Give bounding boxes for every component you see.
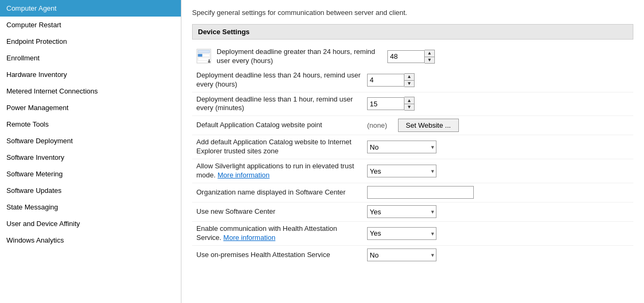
label-onprem_health: Use on-premises Health Attestation Servi… — [196, 251, 367, 260]
select-new_software_center[interactable]: YesNo — [367, 205, 436, 218]
sidebar-item-windows-analytics[interactable]: Windows Analytics — [0, 232, 181, 248]
settings-row-org_name: Organization name displayed in Software … — [192, 183, 633, 202]
select-wrapper-onprem_health: NoYes — [367, 248, 436, 261]
sidebar-item-computer-restart[interactable]: Computer Restart — [0, 17, 181, 33]
label-deadline_24h: Deployment deadline greater than 24 hour… — [217, 48, 387, 66]
sidebar-item-software-deployment[interactable]: Software Deployment — [0, 133, 181, 149]
section-header: Device Settings — [192, 24, 633, 40]
sidebar: Computer AgentComputer RestartEndpoint P… — [0, 0, 181, 303]
control-new_software_center: YesNo — [367, 205, 436, 218]
set-website-button[interactable]: Set Website ... — [398, 119, 459, 132]
select-allow_silverlight[interactable]: YesNo — [367, 165, 436, 177]
control-allow_silverlight: YesNo — [367, 165, 436, 177]
label-allow_silverlight: Allow Silverlight applications to run in… — [196, 162, 367, 180]
settings-row-add_app_catalog: Add default Application Catalog website … — [192, 135, 633, 159]
none-text-app_catalog_website: (none) — [367, 121, 387, 129]
spinner-arrows-deadline_less_1h: ▲▼ — [404, 97, 415, 111]
sidebar-item-state-messaging[interactable]: State Messaging — [0, 199, 181, 215]
main-content: Specify general settings for communicati… — [181, 0, 644, 303]
sidebar-item-software-metering[interactable]: Software Metering — [0, 166, 181, 182]
control-add_app_catalog: NoYes — [367, 141, 436, 153]
sidebar-item-remote-tools[interactable]: Remote Tools — [0, 116, 181, 133]
svg-rect-1 — [198, 50, 210, 53]
select-health_attestation[interactable]: YesNo — [367, 227, 436, 240]
spinner-down-deadline_less_1h[interactable]: ▼ — [404, 104, 414, 110]
spinner-down-deadline_24h[interactable]: ▼ — [425, 57, 434, 63]
select-wrapper-health_attestation: YesNo — [367, 227, 436, 240]
spinner-deadline_less_24h: ▲▼ — [367, 73, 415, 87]
sidebar-item-enrollment[interactable]: Enrollment — [0, 50, 181, 66]
control-deadline_less_24h: ▲▼ — [367, 73, 415, 87]
sidebar-item-power-management[interactable]: Power Management — [0, 99, 181, 116]
svg-line-7 — [209, 61, 210, 63]
select-wrapper-add_app_catalog: NoYes — [367, 141, 436, 153]
settings-row-app_catalog_website: Default Application Catalog website poin… — [192, 115, 633, 135]
page-description: Specify general settings for communicati… — [192, 9, 633, 17]
row-content-deadline_24h: Deployment deadline greater than 24 hour… — [217, 48, 629, 66]
sidebar-item-computer-agent[interactable]: Computer Agent — [0, 0, 181, 17]
spinner-input-deadline_less_24h[interactable] — [367, 74, 404, 87]
control-app_catalog_website: (none)Set Website ... — [367, 119, 459, 132]
settings-row-health_attestation: Enable communication with Health Attesta… — [192, 221, 633, 245]
select-wrapper-allow_silverlight: YesNo — [367, 165, 436, 177]
more-info-link-health_attestation[interactable]: More information — [224, 234, 276, 242]
label-app_catalog_website: Default Application Catalog website poin… — [196, 121, 367, 130]
spinner-deadline_24h: ▲▼ — [387, 50, 435, 64]
settings-row-onprem_health: Use on-premises Health Attestation Servi… — [192, 245, 633, 265]
sidebar-item-software-updates[interactable]: Software Updates — [0, 182, 181, 199]
label-deadline_less_1h: Deployment deadline less than 1 hour, re… — [196, 95, 367, 113]
select-onprem_health[interactable]: NoYes — [367, 248, 436, 261]
label-health_attestation: Enable communication with Health Attesta… — [196, 224, 367, 243]
label-deadline_less_24h: Deployment deadline less than 24 hours, … — [196, 71, 367, 89]
settings-row-deadline_less_1h: Deployment deadline less than 1 hour, re… — [192, 92, 633, 116]
sidebar-item-endpoint-protection[interactable]: Endpoint Protection — [0, 33, 181, 50]
control-deadline_24h: ▲▼ — [387, 50, 435, 64]
spinner-arrows-deadline_24h: ▲▼ — [425, 50, 435, 64]
spinner-up-deadline_24h[interactable]: ▲ — [425, 50, 434, 57]
spinner-down-deadline_less_24h[interactable]: ▼ — [404, 80, 414, 87]
control-health_attestation: YesNo — [367, 227, 436, 240]
spinner-input-deadline_less_1h[interactable] — [367, 97, 404, 110]
spinner-input-deadline_24h[interactable] — [387, 50, 425, 63]
label-org_name: Organization name displayed in Software … — [196, 188, 367, 197]
settings-row-new_software_center: Use new Software CenterYesNo — [192, 202, 633, 221]
control-org_name — [367, 186, 474, 199]
settings-row-allow_silverlight: Allow Silverlight applications to run in… — [192, 159, 633, 183]
sidebar-item-user-and-device-affinity[interactable]: User and Device Affinity — [0, 215, 181, 232]
spinner-deadline_less_1h: ▲▼ — [367, 97, 415, 111]
settings-row-deadline_less_24h: Deployment deadline less than 24 hours, … — [192, 68, 633, 92]
select-wrapper-new_software_center: YesNo — [367, 205, 436, 218]
svg-rect-3 — [198, 58, 210, 60]
sidebar-item-hardware-inventory[interactable]: Hardware Inventory — [0, 66, 181, 83]
label-add_app_catalog: Add default Application Catalog website … — [196, 138, 367, 156]
deployment-icon — [196, 49, 213, 65]
select-add_app_catalog[interactable]: NoYes — [367, 141, 436, 153]
control-onprem_health: NoYes — [367, 248, 436, 261]
sidebar-item-metered-internet-connections[interactable]: Metered Internet Connections — [0, 83, 181, 99]
label-new_software_center: Use new Software Center — [196, 207, 367, 216]
spinner-up-deadline_less_24h[interactable]: ▲ — [404, 74, 414, 80]
spinner-arrows-deadline_less_24h: ▲▼ — [404, 73, 415, 87]
settings-row-deadline_24h: Deployment deadline greater than 24 hour… — [192, 45, 633, 68]
spinner-up-deadline_less_1h[interactable]: ▲ — [404, 97, 414, 104]
sidebar-item-software-inventory[interactable]: Software Inventory — [0, 149, 181, 166]
svg-rect-4 — [198, 54, 202, 57]
control-deadline_less_1h: ▲▼ — [367, 97, 415, 111]
text-input-org_name[interactable] — [367, 186, 474, 199]
settings-container: Deployment deadline greater than 24 hour… — [192, 45, 633, 265]
more-info-link-allow_silverlight[interactable]: More information — [218, 171, 270, 179]
